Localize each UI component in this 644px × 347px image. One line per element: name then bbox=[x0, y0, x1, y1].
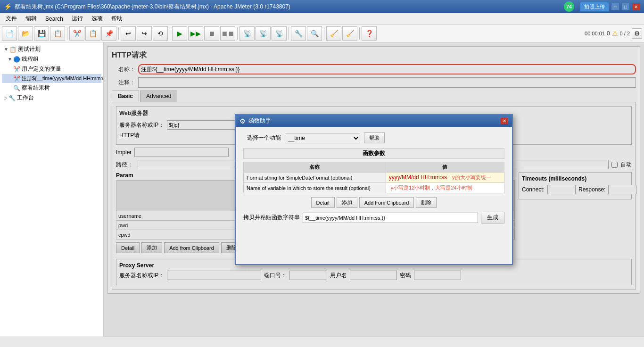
dialog-param-value-1: yyyy/MM/dd HH:mm:ss y的大小写要统一 bbox=[386, 173, 504, 183]
test-plan-icon: 📋 bbox=[9, 46, 17, 53]
tb-expand[interactable]: ⟲ bbox=[153, 26, 168, 41]
params-section: 函数参数 bbox=[243, 148, 504, 159]
tree-item-thread-group[interactable]: ▼ 🔵 线程组 bbox=[2, 54, 101, 64]
maximize-button[interactable]: □ bbox=[621, 3, 630, 10]
dialog-detail-button[interactable]: Detail bbox=[311, 197, 335, 208]
expand-icon-thread: ▼ bbox=[8, 57, 12, 62]
left-panel: ▼ 📋 测试计划 ▼ 🔵 线程组 ✂️ 用户定义的变量 ✂️ 注册${__tim… bbox=[0, 42, 104, 337]
dialog-add-clipboard-button[interactable]: Add from Clipboard bbox=[359, 197, 414, 208]
annotation-text: y的大小写要统一 bbox=[452, 174, 491, 180]
tb-save2[interactable]: 📋 bbox=[50, 26, 65, 41]
annotation-text-2: y小写是12小时制，大写是24小时制 bbox=[391, 185, 472, 190]
tree-label-user-vars: 用户定义的变量 bbox=[22, 65, 61, 73]
dialog-table-row-2: Name of variable in which to store the r… bbox=[244, 183, 504, 193]
dialog-bottom: 拷贝并粘贴函数字符串 生成 bbox=[243, 212, 504, 223]
tb-new[interactable]: 📄 bbox=[2, 26, 17, 41]
tb-template[interactable]: 🔧 bbox=[291, 26, 306, 41]
tb-undo[interactable]: ↩ bbox=[121, 26, 136, 41]
expand-workbench: ▷ bbox=[4, 95, 8, 100]
dialog-titlebar: ⚙ 函数助手 ✕ bbox=[236, 115, 512, 127]
result-tree-icon: 🔍 bbox=[13, 85, 20, 91]
warning-icon: ⚠ bbox=[612, 30, 618, 37]
minimize-button[interactable]: ─ bbox=[611, 3, 619, 10]
tree-label-test-plan: 测试计划 bbox=[18, 45, 41, 53]
tree-item-user-vars[interactable]: ✂️ 用户定义的变量 bbox=[2, 64, 101, 74]
tree-item-test-plan[interactable]: ▼ 📋 测试计划 bbox=[2, 44, 101, 54]
menu-help[interactable]: 帮助 bbox=[107, 14, 126, 24]
expand-icon: ▼ bbox=[4, 47, 8, 52]
tree-item-workbench[interactable]: ▷ 🔧 工作台 bbox=[2, 93, 101, 103]
dialog-table-row-1: Format string for SimpleDateFormat (opti… bbox=[244, 173, 504, 183]
paste-input[interactable] bbox=[303, 213, 478, 223]
tb-cut[interactable]: ✂️ bbox=[69, 26, 84, 41]
connect-button[interactable]: 拍照上传 bbox=[580, 2, 609, 12]
tb-browse[interactable]: 🔍 bbox=[307, 26, 322, 41]
tb-remote2[interactable]: 📡 bbox=[256, 26, 271, 41]
tb-remote[interactable]: 📡 bbox=[239, 26, 255, 41]
tree-item-register[interactable]: ✂️ 注册${__time(yyyy/MM/dd HH:mm:ss,)} bbox=[2, 74, 101, 83]
toolbar-sep-1 bbox=[67, 27, 67, 40]
window-title: 察看结果树.jmx (C:\Program Files\360\apache-j… bbox=[15, 3, 290, 11]
tb-redo[interactable]: ↪ bbox=[137, 26, 152, 41]
tb-save[interactable]: 💾 bbox=[34, 26, 49, 41]
workbench-icon: 🔧 bbox=[8, 95, 16, 101]
elapsed-time: 00:00:01 bbox=[585, 31, 605, 36]
dialog-add-button[interactable]: 添加 bbox=[337, 197, 357, 208]
tb-copy[interactable]: 📋 bbox=[85, 26, 100, 41]
menu-search[interactable]: Search bbox=[41, 15, 67, 23]
dialog-close-button[interactable]: ✕ bbox=[501, 118, 508, 124]
tree-item-result-tree[interactable]: 🔍 察看结果树 bbox=[2, 83, 101, 93]
title-bar: ⚡ 察看结果树.jmx (C:\Program Files\360\apache… bbox=[0, 0, 644, 13]
toolbar-sep-3 bbox=[170, 27, 170, 40]
select-func-label: 选择一个功能 bbox=[243, 134, 281, 142]
function-helper-dialog: ⚙ 函数助手 ✕ 选择一个功能 __time 帮助 bbox=[235, 114, 513, 265]
toolbar-sep-4 bbox=[237, 27, 238, 40]
tree-label-workbench: 工作台 bbox=[17, 94, 34, 102]
register-icon: ✂️ bbox=[13, 75, 20, 82]
toolbar: 📄 📂 💾 📋 ✂️ 📋 📌 ↩ ↪ ⟲ ▶ ▶▶ ⏹ ⏹⏹ 📡 📡 📡 🔧 🔍… bbox=[0, 25, 644, 42]
tb-run[interactable]: ▶ bbox=[172, 26, 187, 41]
toolbar-sep-2 bbox=[118, 27, 119, 40]
user-vars-icon: ✂️ bbox=[13, 66, 20, 73]
tb-stop[interactable]: ⏹ bbox=[204, 26, 219, 41]
menu-options[interactable]: 选项 bbox=[88, 14, 107, 24]
dialog-btn-row: Detail 添加 Add from Clipboard 删除 bbox=[243, 197, 504, 208]
tb-settings[interactable]: ⚙ bbox=[632, 28, 642, 39]
tb-run2[interactable]: ▶▶ bbox=[188, 26, 203, 41]
request-count: 0 / 2 bbox=[620, 31, 630, 36]
help-button[interactable]: 帮助 bbox=[364, 132, 385, 143]
menu-bar: 文件 编辑 Search 运行 选项 帮助 bbox=[0, 13, 644, 25]
error-count: 0 bbox=[607, 30, 610, 37]
toolbar-sep-7 bbox=[359, 27, 360, 40]
dialog-col-value: 值 bbox=[386, 162, 504, 173]
tree-label-register: 注册${__time(yyyy/MM/dd HH:mm:ss,)} bbox=[22, 75, 104, 82]
dialog-params-table: 名称 值 Format string for SimpleDateFormat … bbox=[243, 162, 504, 193]
tb-clear-all[interactable]: 🧹 bbox=[342, 26, 357, 41]
select-func-row: 选择一个功能 __time 帮助 bbox=[243, 132, 504, 143]
generate-button[interactable]: 生成 bbox=[481, 212, 504, 223]
dialog-param-name-1: Format string for SimpleDateFormat (opti… bbox=[244, 173, 386, 183]
tb-remote3[interactable]: 📡 bbox=[272, 26, 287, 41]
tree-label-result-tree: 察看结果树 bbox=[22, 84, 50, 92]
toolbar-sep-5 bbox=[289, 27, 289, 40]
close-button[interactable]: ✕ bbox=[632, 3, 640, 10]
dialog-delete-button[interactable]: 删除 bbox=[416, 197, 437, 208]
dialog-col-name: 名称 bbox=[244, 162, 386, 173]
dialog-titlebar-left: ⚙ 函数助手 bbox=[239, 117, 271, 125]
tb-stop2[interactable]: ⏹⏹ bbox=[220, 26, 235, 41]
title-bar-left: ⚡ 察看结果树.jmx (C:\Program Files\360\apache… bbox=[4, 3, 290, 11]
function-select[interactable]: __time bbox=[285, 133, 360, 143]
toolbar-right: 00:00:01 0 ⚠ 0 / 2 ⚙ bbox=[585, 28, 642, 39]
dialog-body: 选择一个功能 __time 帮助 函数参数 名称 值 bbox=[236, 127, 512, 229]
tb-help[interactable]: ❓ bbox=[362, 26, 377, 41]
thread-group-icon: 🔵 bbox=[13, 56, 20, 63]
tb-clear[interactable]: 🧹 bbox=[326, 26, 341, 41]
menu-run[interactable]: 运行 bbox=[68, 14, 87, 24]
tb-paste[interactable]: 📌 bbox=[101, 26, 116, 41]
menu-file[interactable]: 文件 bbox=[2, 14, 21, 24]
toolbar-sep-6 bbox=[324, 27, 324, 40]
title-bar-right: 74 拍照上传 ─ □ ✕ bbox=[564, 1, 640, 12]
menu-edit[interactable]: 编辑 bbox=[22, 14, 41, 24]
tb-open[interactable]: 📂 bbox=[18, 26, 33, 41]
right-panel: HTTP请求 名称： 注释： Basic Advanced bbox=[104, 42, 644, 337]
